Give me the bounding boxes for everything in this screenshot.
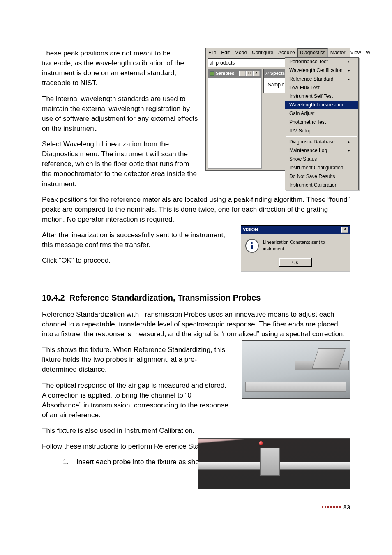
body-text: The optical response of the air gap is m…: [42, 381, 231, 421]
minimize-icon[interactable]: _: [239, 71, 246, 76]
body-text: Select Wavelength Linearization from the…: [42, 139, 198, 189]
footer-dots-icon: [322, 506, 341, 508]
fixture-photo: [242, 340, 350, 399]
diagnostics-dropdown: Performance Test▸ Wavelength Certificati…: [285, 57, 359, 190]
info-icon: [245, 239, 259, 253]
body-text: This fixture is also used in Instrument …: [42, 426, 350, 436]
section-title: Reference Standardization, Transmission …: [69, 293, 261, 302]
menu-view[interactable]: View: [348, 48, 364, 58]
body-text: Reference Standardization with Transmiss…: [42, 310, 350, 339]
dd-do-not-save-results[interactable]: Do Not Save Results: [285, 172, 358, 181]
dd-diagnostic-database[interactable]: Diagnostic Database▸: [285, 138, 358, 146]
section-number: 10.4.2: [42, 293, 65, 302]
spectra-icon: [265, 71, 269, 76]
dd-instrument-configuration[interactable]: Instrument Configuration: [285, 164, 358, 172]
submenu-arrow-icon: ▸: [348, 139, 350, 145]
dd-low-flux-test[interactable]: Low-Flux Test: [285, 83, 358, 92]
close-icon[interactable]: ×: [253, 71, 260, 76]
dialog-title: VISION: [243, 227, 258, 233]
svg-rect-0: [210, 72, 214, 76]
page-number: 83: [343, 503, 350, 511]
menu-diagnostics[interactable]: Diagnostics: [297, 48, 328, 58]
menu-mode[interactable]: Mode: [232, 48, 249, 58]
dd-wavelength-certification[interactable]: Wavelength Certification▸: [285, 66, 358, 75]
samples-panel-title: Samples: [216, 70, 234, 77]
menu-edit[interactable]: Edit: [219, 48, 232, 58]
close-icon[interactable]: ×: [341, 227, 348, 233]
dd-instrument-calibration[interactable]: Instrument Calibration: [285, 181, 358, 190]
spectra-panel-title: Spectra: [270, 70, 287, 77]
submenu-arrow-icon: ▸: [348, 68, 350, 73]
dd-wavelength-linearization[interactable]: Wavelength Linearization: [285, 101, 358, 109]
menu-separator: [286, 136, 357, 137]
menu-window-cut[interactable]: Wi: [363, 48, 374, 58]
diagnostics-menu-screenshot: File Edit Mode Configure Acquire Diagnos…: [205, 48, 350, 171]
submenu-arrow-icon: ▸: [348, 148, 350, 153]
submenu-arrow-icon: ▸: [348, 76, 350, 82]
probe-insertion-photo: [198, 438, 350, 489]
samples-panel: Samples _ □ ×: [208, 69, 262, 169]
dd-show-status[interactable]: Show Status: [285, 155, 358, 164]
menu-configure[interactable]: Configure: [249, 48, 276, 58]
dd-instrument-self-test[interactable]: Instrument Self Test: [285, 92, 358, 101]
body-text: After the linearization is successfully …: [42, 230, 235, 250]
maximize-icon[interactable]: □: [246, 71, 253, 76]
body-text: This shows the fixture. When Reference S…: [42, 345, 231, 375]
dd-performance-test[interactable]: Performance Test▸: [285, 58, 358, 66]
body-text: Click “OK” to proceed.: [42, 256, 235, 266]
dd-maintenance-log[interactable]: Maintenance Log▸: [285, 146, 358, 155]
section-heading: 10.4.2 Reference Standardization, Transm…: [42, 292, 350, 303]
svg-rect-2: [251, 245, 253, 249]
products-combo-value: all products: [210, 60, 235, 67]
body-text: These peak positions are not meant to be…: [42, 49, 198, 88]
body-text: The internal wavelength standards are us…: [42, 94, 198, 134]
dd-gain-adjust[interactable]: Gain Adjust: [285, 109, 358, 118]
submenu-arrow-icon: ▸: [348, 59, 350, 65]
menu-file[interactable]: File: [206, 48, 219, 58]
menu-acquire[interactable]: Acquire: [276, 48, 297, 58]
page-footer: 83: [322, 503, 350, 511]
samples-icon: [210, 71, 214, 76]
dd-ipv-setup[interactable]: IPV Setup: [285, 127, 358, 135]
vision-dialog: VISION × Linearization Constants sent to…: [241, 225, 350, 271]
dd-reference-standard[interactable]: Reference Standard▸: [285, 75, 358, 83]
app-menubar: File Edit Mode Configure Acquire Diagnos…: [206, 48, 350, 58]
menu-master[interactable]: Master: [328, 48, 348, 58]
dialog-message: Linearization Constants sent to instrume…: [263, 239, 346, 252]
dd-photometric-test[interactable]: Photometric Test: [285, 118, 358, 127]
svg-point-1: [251, 242, 253, 243]
ok-button[interactable]: OK: [279, 258, 312, 267]
body-text: Peak positions for the reference materia…: [42, 195, 350, 224]
